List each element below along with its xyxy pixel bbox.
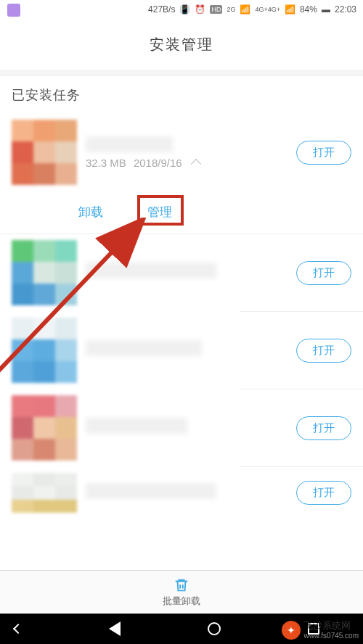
clock: 22:03: [335, 4, 356, 15]
app-row[interactable]: 打开: [0, 389, 363, 466]
open-button[interactable]: 打开: [296, 481, 351, 505]
app-row[interactable]: 打开: [0, 312, 363, 389]
signal-icon: 📶: [240, 4, 250, 15]
vibrate-icon: 📳: [179, 4, 190, 15]
chevron-up-icon[interactable]: [191, 159, 201, 169]
gallery-icon: [7, 4, 20, 17]
uninstall-button[interactable]: 卸载: [78, 204, 144, 220]
app-icon: [12, 240, 77, 305]
nav-home-icon[interactable]: [208, 622, 221, 635]
battery-icon: ▬: [322, 4, 330, 15]
app-icon: [12, 395, 77, 461]
status-bar: 427B/s 📳 ⏰ HD 2G 📶 4G+4G+ 📶 84% ▬ 22:03: [0, 0, 363, 19]
trash-icon: [174, 577, 189, 593]
app-row[interactable]: 32.3 MB 2018/9/16 打开: [0, 114, 363, 191]
alarm-icon: ⏰: [195, 4, 205, 15]
nav-back-icon[interactable]: [109, 622, 121, 636]
app-icon: [12, 120, 77, 185]
manage-button[interactable]: 管理: [147, 204, 213, 220]
open-button[interactable]: 打开: [296, 339, 351, 363]
app-icon: [12, 473, 77, 513]
app-size: 32.3 MB: [86, 157, 126, 169]
open-button[interactable]: 打开: [296, 261, 351, 285]
divider: [0, 70, 363, 76]
bottom-toolbar[interactable]: 批量卸载: [0, 570, 363, 614]
app-name: [86, 263, 216, 278]
watermark-url: www.fs0745.com: [303, 632, 359, 640]
hd-icon: HD: [210, 5, 222, 14]
app-icon: [12, 318, 77, 383]
signal-2g: 2G: [227, 6, 235, 13]
watermark-title: 飞沙系统网: [303, 621, 359, 631]
app-row[interactable]: 打开: [0, 467, 363, 519]
nav-menu-icon[interactable]: [13, 624, 23, 634]
highlight-box: [137, 195, 184, 226]
net-speed: 427B/s: [148, 4, 175, 15]
signal-4g: 4G+4G+: [255, 6, 280, 13]
watermark: ✦ 飞沙系统网 www.fs0745.com: [282, 621, 359, 640]
battery-pct: 84%: [300, 4, 317, 15]
batch-uninstall-label: 批量卸载: [163, 595, 200, 608]
app-name: [86, 418, 187, 434]
app-name: [86, 483, 216, 499]
open-button[interactable]: 打开: [296, 416, 351, 440]
app-date: 2018/9/16: [134, 157, 182, 169]
page-title: 安装管理: [0, 19, 363, 70]
app-name: [86, 340, 202, 356]
signal-icon-2: 📶: [285, 4, 295, 15]
app-row[interactable]: 打开: [0, 234, 363, 311]
action-row: 卸载 管理: [0, 191, 363, 234]
watermark-logo-icon: ✦: [282, 621, 301, 640]
watermark-text: 飞沙系统网 www.fs0745.com: [303, 621, 359, 639]
app-name: [86, 136, 173, 152]
section-header: 已安装任务: [0, 76, 363, 114]
open-button[interactable]: 打开: [296, 141, 351, 165]
